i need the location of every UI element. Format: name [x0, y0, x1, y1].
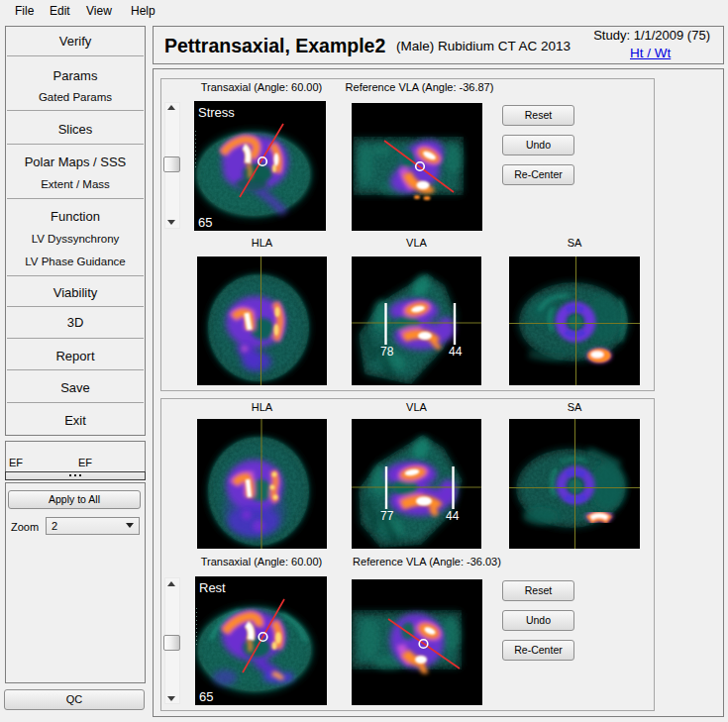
- svg-text:44: 44: [446, 509, 460, 523]
- svg-text:Stress: Stress: [198, 105, 235, 120]
- svg-text:78: 78: [380, 345, 394, 359]
- svg-text:44: 44: [449, 345, 463, 359]
- svg-text:65: 65: [198, 215, 212, 230]
- svg-text:77: 77: [380, 509, 394, 523]
- svg-text:Rest: Rest: [199, 580, 226, 595]
- svg-text:65: 65: [199, 689, 213, 704]
